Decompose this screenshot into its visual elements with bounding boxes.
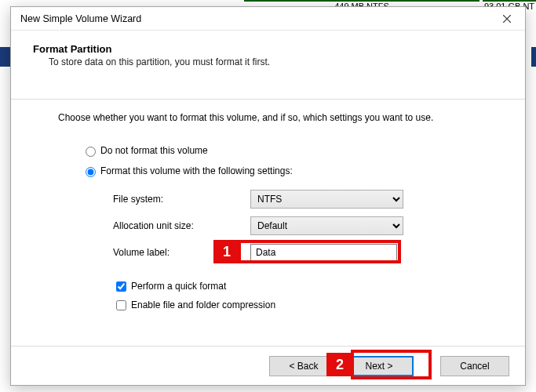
wizard-footer: < Back Next > Cancel <box>11 346 525 385</box>
radio-format-label: Format this volume with the following se… <box>100 165 293 176</box>
check-quick-format-label: Perform a quick format <box>131 281 226 292</box>
allocation-unit-select[interactable]: Default <box>250 216 403 235</box>
format-settings: File system: NTFS Allocation unit size: … <box>113 186 494 314</box>
wizard-body: Choose whether you want to format this v… <box>11 100 525 322</box>
radio-no-format[interactable]: Do not format this volume <box>82 140 494 161</box>
allocation-unit-label: Allocation unit size: <box>113 220 250 231</box>
close-icon <box>503 15 511 23</box>
radio-format[interactable]: Format this volume with the following se… <box>82 161 494 181</box>
instruction-text: Choose whether you want to format this v… <box>58 112 494 123</box>
volume-label-label: Volume label: <box>113 247 250 258</box>
field-volume-label: Volume label: <box>113 239 494 266</box>
close-button[interactable] <box>489 7 525 31</box>
bg-right-edge <box>531 47 536 67</box>
field-allocation-unit: Allocation unit size: Default <box>113 212 494 239</box>
titlebar: New Simple Volume Wizard <box>11 7 525 31</box>
check-quick-format[interactable]: Perform a quick format <box>113 277 494 296</box>
check-compression-input[interactable] <box>116 300 126 310</box>
field-file-system: File system: NTFS <box>113 186 494 212</box>
check-compression[interactable]: Enable file and folder compression <box>113 296 494 314</box>
volume-label-input[interactable] <box>250 244 397 261</box>
wizard-header: Format Partition To store data on this p… <box>11 31 525 100</box>
radio-no-format-label: Do not format this volume <box>100 145 208 156</box>
next-button[interactable]: Next > <box>345 356 414 376</box>
header-heading: Format Partition <box>33 43 503 55</box>
file-system-select[interactable]: NTFS <box>250 190 403 209</box>
back-button[interactable]: < Back <box>269 356 338 376</box>
file-system-label: File system: <box>113 194 250 205</box>
check-quick-format-input[interactable] <box>116 281 126 292</box>
bg-left-edge <box>0 47 10 67</box>
check-compression-label: Enable file and folder compression <box>131 299 275 310</box>
wizard-dialog: New Simple Volume Wizard Format Partitio… <box>10 6 526 386</box>
radio-format-input[interactable] <box>86 167 96 177</box>
dialog-title: New Simple Volume Wizard <box>20 13 489 24</box>
radio-no-format-input[interactable] <box>86 147 96 157</box>
cancel-button[interactable]: Cancel <box>440 356 509 376</box>
header-subtext: To store data on this partition, you mus… <box>49 56 503 67</box>
